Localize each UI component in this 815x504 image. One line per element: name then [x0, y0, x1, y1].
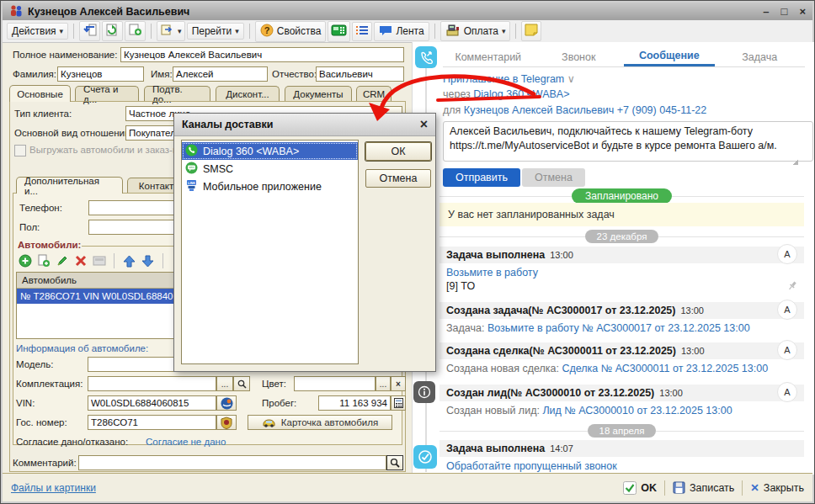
tab-documents[interactable]: Документы [285, 86, 352, 102]
feed-button[interactable]: Лента [374, 22, 429, 41]
toolbar-separator [515, 24, 516, 39]
tab-confirm-docs[interactable]: Подтв. до... [144, 86, 210, 102]
edit-car-button[interactable] [55, 254, 69, 268]
event-card[interactable]: Создана задача(№ АС3000017 от 23.12.2025… [439, 302, 804, 337]
event-card[interactable]: Задача выполнена 14:07 Обработайте пропу… [439, 440, 804, 474]
color-select-button[interactable]: ... [376, 376, 391, 391]
cars-section-label: Автомобили: [18, 240, 81, 250]
phone-terminal-icon [331, 24, 347, 40]
whatsapp-icon [185, 144, 198, 159]
event-card[interactable]: Задача выполнена 13:00 Возьмите в работу… [439, 247, 804, 296]
consent-label: Согласие дано/отказано: [16, 437, 128, 447]
recipient-row: для Кузнецов Алексей Васильевич +7 (909)… [443, 104, 706, 116]
recipient-name-link[interactable]: Кузнецов Алексей Васильевич [464, 104, 614, 116]
import-button[interactable] [79, 21, 100, 41]
tab-message[interactable]: Сообщение [624, 47, 715, 66]
trim-field[interactable] [88, 376, 216, 391]
dialog-close-button[interactable]: × [420, 118, 428, 131]
vin-decode-button[interactable] [216, 395, 237, 411]
export-cars-checkbox[interactable] [14, 145, 26, 157]
send-button[interactable]: Отправить [443, 168, 520, 187]
via-channel-row: через Dialog 360 <WABA> [443, 88, 570, 100]
event-card[interactable]: Создана сделка(№ АС3000011 от 23.12.2025… [439, 342, 804, 377]
save-floppy-icon [673, 481, 685, 494]
copy-car-button[interactable] [36, 254, 51, 268]
cancel-message-button[interactable]: Отмена [522, 168, 585, 187]
event-link[interactable]: Обработайте пропущенный звонок [446, 460, 617, 472]
close-button[interactable]: × [799, 4, 806, 19]
move-up-button[interactable] [122, 254, 136, 268]
tab-discount[interactable]: Дисконт... [216, 86, 280, 102]
tab-call[interactable]: Звонок [534, 47, 625, 66]
mileage-field[interactable] [318, 395, 391, 411]
cars-toolbar: АЯ [18, 253, 185, 268]
first-name-field[interactable] [173, 66, 268, 82]
channel-item-smsc[interactable]: sms SMSC [182, 160, 358, 178]
list-view-button[interactable] [352, 22, 372, 41]
close-window-button[interactable]: ✕ Закрыть [750, 481, 804, 494]
date-badge: 18 апреля [588, 424, 657, 438]
full-name-field[interactable] [120, 47, 404, 62]
help-question-icon: ? [260, 24, 274, 40]
payment-menu-button[interactable]: Оплата ▾ [440, 21, 511, 41]
via-channel-link[interactable]: Dialog 360 <WABA> [473, 88, 569, 100]
goto-menu-button[interactable]: Перейти ▾ [187, 23, 244, 40]
phone-terminal-button[interactable] [328, 21, 350, 42]
tab-accounts[interactable]: Счета и д... [75, 86, 139, 102]
avatar: А [777, 340, 797, 360]
note-button[interactable] [521, 21, 541, 41]
people-icon [9, 4, 23, 19]
tab-additional-info[interactable]: Дополнительная и... [16, 177, 123, 194]
event-link[interactable]: Возьмите в работу № АС3000017 от 23.12.2… [487, 322, 750, 334]
add-car-button[interactable] [18, 254, 32, 268]
mileage-calculator-button[interactable] [391, 395, 406, 411]
client-type-label: Тип клиента: [14, 109, 72, 119]
channel-item-mobile-app[interactable]: LINK Мобильное приложение [182, 178, 358, 195]
invite-template-select[interactable]: Приглашение в Telegram ∨ [443, 72, 575, 85]
open-document-button[interactable]: ▾ [157, 21, 185, 41]
message-text-input[interactable]: Алексей Васильевич, подключайтесь к наше… [443, 121, 813, 162]
tab-task[interactable]: Задача [715, 47, 806, 66]
files-and-pictures-link[interactable]: Файлы и картинки [11, 482, 96, 494]
properties-button[interactable]: ? Свойства [255, 21, 327, 42]
event-card[interactable]: Создан лид(№ АС3000010 от 23.12.2025) 13… [439, 385, 804, 419]
middle-name-field[interactable] [316, 66, 404, 82]
tab-crm[interactable]: CRM [356, 86, 392, 102]
maximize-button[interactable]: □ [781, 4, 788, 19]
pin-icon[interactable] [788, 281, 797, 293]
dialog-cancel-button[interactable]: Отмена [365, 169, 431, 188]
plate-field[interactable] [88, 415, 216, 430]
footer-separator [742, 480, 743, 496]
delete-car-button[interactable] [73, 254, 88, 268]
color-clear-button[interactable]: × [391, 376, 406, 391]
refresh-document-button[interactable] [102, 21, 123, 41]
event-link[interactable]: Лид № АС3000010 от 23.12.2025 13:00 [542, 405, 732, 416]
copy-document-button[interactable] [125, 21, 146, 41]
channel-item-dialog360[interactable]: Dialog 360 <WABA> [182, 142, 358, 160]
trim-search-button[interactable] [233, 376, 250, 391]
trim-select-button[interactable]: ... [216, 376, 233, 391]
comment-search-button[interactable] [386, 455, 403, 470]
chevron-down-icon: ∨ [567, 73, 575, 85]
move-down-button[interactable] [141, 254, 155, 268]
actions-menu-button[interactable]: Действия ▾ [7, 23, 68, 40]
color-field[interactable] [294, 376, 376, 391]
last-name-field[interactable] [57, 66, 144, 82]
minimize-button[interactable]: – [763, 4, 769, 19]
tab-main[interactable]: Основные [9, 85, 71, 102]
event-link[interactable]: Возьмите в работу [446, 267, 538, 279]
tab-comment[interactable]: Комментарий [443, 47, 534, 66]
ok-button[interactable]: OK [623, 481, 657, 495]
event-link[interactable]: Сделка № АС3000011 от 23.12.2025 13:00 [562, 363, 768, 374]
dialog-ok-button[interactable]: ОК [365, 142, 431, 161]
plate-emblem-button[interactable] [216, 415, 237, 430]
comment-field[interactable] [78, 455, 386, 470]
consent-status-link[interactable]: Согласие не дано [146, 437, 226, 447]
mileage-label: Пробег: [262, 398, 296, 408]
resize-handle[interactable] [791, 158, 798, 165]
vin-field[interactable] [88, 395, 216, 411]
save-button[interactable]: Записать [673, 481, 734, 494]
car-card-button[interactable]: Карточка автомобиля [248, 415, 392, 430]
recipient-phone-link[interactable]: +7 (909) 045-11-22 [617, 104, 706, 116]
dropdown-arrow-icon: ▾ [502, 27, 506, 35]
